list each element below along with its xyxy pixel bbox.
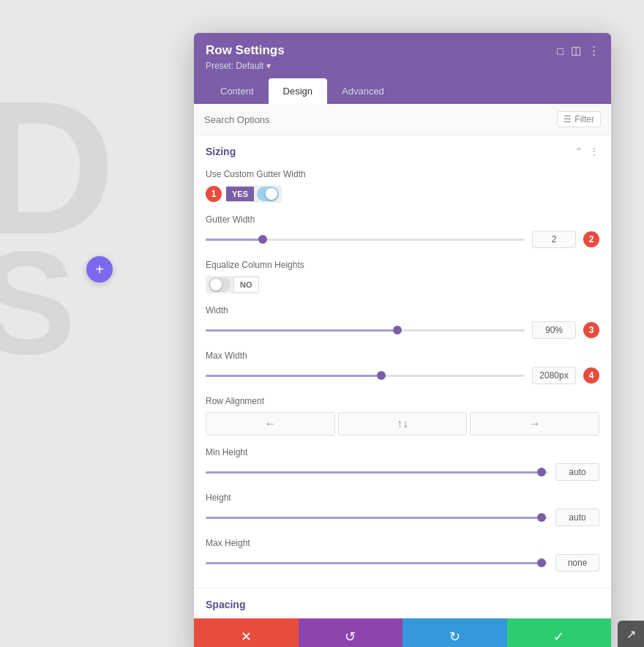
cancel-button[interactable]: ✕ bbox=[194, 618, 299, 647]
equalize-label: Equalize Column Heights bbox=[206, 260, 599, 270]
equalize-setting: Equalize Column Heights NO bbox=[206, 255, 599, 301]
corner-icon[interactable]: ↗ bbox=[618, 621, 644, 647]
tab-design[interactable]: Design bbox=[269, 78, 327, 104]
filter-icon: ☰ bbox=[564, 114, 572, 124]
undo-button[interactable]: ↺ bbox=[299, 618, 403, 647]
align-right-button[interactable]: → bbox=[470, 412, 599, 435]
background-text: DS bbox=[0, 59, 101, 387]
height-slider[interactable] bbox=[206, 511, 548, 524]
sizing-section: Sizing ⌃ ⋮ Use Custom Gutter Width 1 YES bbox=[194, 135, 611, 588]
spacing-section-header: Spacing bbox=[194, 588, 611, 618]
max-width-label: Max Width bbox=[206, 351, 599, 361]
custom-gutter-setting: Use Custom Gutter Width 1 YES bbox=[206, 165, 599, 210]
min-height-value[interactable]: auto bbox=[555, 463, 599, 481]
sizing-content: Use Custom Gutter Width 1 YES Gutter Wid… bbox=[194, 165, 611, 588]
panel-header: Row Settings □ ◫ ⋮ Preset: Default ▾ Con… bbox=[194, 33, 611, 104]
height-value[interactable]: auto bbox=[555, 509, 599, 526]
redo-button[interactable]: ↻ bbox=[402, 618, 507, 647]
width-slider[interactable] bbox=[206, 324, 525, 337]
width-setting: Width 90% 3 bbox=[206, 301, 599, 346]
toggle-no[interactable]: NO bbox=[233, 277, 259, 293]
align-left-button[interactable]: ← bbox=[206, 412, 335, 435]
min-height-label: Min Height bbox=[206, 447, 599, 457]
add-button[interactable]: + bbox=[86, 256, 113, 283]
search-bar: ☰ Filter bbox=[194, 104, 611, 135]
search-input[interactable] bbox=[204, 114, 557, 125]
height-setting: Height auto bbox=[206, 488, 599, 534]
alignment-buttons: ← ↑↓ → bbox=[206, 412, 599, 435]
gutter-width-label: Gutter Width bbox=[206, 214, 599, 225]
spacing-section: Spacing bbox=[194, 588, 611, 618]
badge-3: 3 bbox=[583, 322, 599, 338]
confirm-button[interactable]: ✓ bbox=[507, 618, 612, 647]
max-width-slider[interactable] bbox=[206, 369, 525, 382]
custom-gutter-toggle-row: 1 YES bbox=[206, 185, 599, 203]
filter-label: Filter bbox=[574, 114, 594, 124]
height-slider-row: auto bbox=[206, 509, 599, 526]
width-label: Width bbox=[206, 305, 599, 315]
tab-advanced[interactable]: Advanced bbox=[327, 78, 399, 104]
min-height-slider[interactable] bbox=[206, 465, 548, 479]
max-height-label: Max Height bbox=[206, 538, 599, 548]
section-more-icon[interactable]: ⋮ bbox=[589, 146, 599, 157]
tab-content[interactable]: Content bbox=[206, 78, 269, 104]
fullscreen-icon[interactable]: □ bbox=[557, 45, 564, 57]
min-height-setting: Min Height auto bbox=[206, 443, 599, 488]
gutter-width-slider[interactable] bbox=[206, 233, 525, 246]
badge-1: 1 bbox=[206, 186, 222, 202]
gutter-width-setting: Gutter Width 2 2 bbox=[206, 210, 599, 255]
max-width-slider-row: 2080px 4 bbox=[206, 367, 599, 384]
height-label: Height bbox=[206, 493, 599, 503]
badge-2: 2 bbox=[583, 231, 599, 247]
gutter-width-slider-row: 2 2 bbox=[206, 231, 599, 248]
gutter-width-value[interactable]: 2 bbox=[532, 231, 576, 248]
max-height-value[interactable]: none bbox=[555, 554, 599, 572]
section-icons: ⌃ ⋮ bbox=[574, 146, 599, 157]
panel-title-row: Row Settings □ ◫ ⋮ bbox=[206, 43, 599, 58]
width-slider-row: 90% 3 bbox=[206, 321, 599, 339]
panel-body: Sizing ⌃ ⋮ Use Custom Gutter Width 1 YES bbox=[194, 135, 611, 618]
panel-preset[interactable]: Preset: Default ▾ bbox=[206, 61, 599, 71]
alignment-label: Row Alignment bbox=[206, 396, 599, 406]
max-height-setting: Max Height none bbox=[206, 534, 599, 579]
spacing-title: Spacing bbox=[206, 599, 245, 610]
max-height-slider[interactable] bbox=[206, 556, 548, 569]
align-center-button[interactable]: ↑↓ bbox=[338, 412, 468, 435]
bottom-bar: ✕ ↺ ↻ ✓ bbox=[194, 618, 611, 647]
custom-gutter-toggle[interactable]: YES bbox=[226, 185, 282, 203]
width-value[interactable]: 90% bbox=[532, 321, 576, 339]
filter-button[interactable]: ☰ Filter bbox=[557, 111, 601, 127]
badge-4: 4 bbox=[583, 367, 599, 384]
toggle-yes[interactable]: YES bbox=[226, 187, 254, 201]
header-icons: □ ◫ ⋮ bbox=[557, 44, 599, 57]
columns-icon[interactable]: ◫ bbox=[571, 44, 581, 57]
sizing-title: Sizing bbox=[206, 146, 236, 157]
custom-gutter-label: Use Custom Gutter Width bbox=[206, 169, 599, 179]
sizing-section-header: Sizing ⌃ ⋮ bbox=[194, 135, 611, 165]
max-height-slider-row: none bbox=[206, 554, 599, 572]
panel-title: Row Settings bbox=[206, 43, 285, 58]
max-width-value[interactable]: 2080px bbox=[532, 367, 576, 384]
alignment-setting: Row Alignment ← ↑↓ → bbox=[206, 392, 599, 443]
min-height-slider-row: auto bbox=[206, 463, 599, 481]
equalize-toggle[interactable]: NO bbox=[206, 276, 259, 293]
max-width-setting: Max Width 2080px 4 bbox=[206, 346, 599, 392]
collapse-icon[interactable]: ⌃ bbox=[574, 146, 583, 157]
tab-bar: Content Design Advanced bbox=[206, 78, 599, 104]
row-settings-panel: Row Settings □ ◫ ⋮ Preset: Default ▾ Con… bbox=[194, 33, 611, 647]
more-icon[interactable]: ⋮ bbox=[588, 44, 599, 57]
